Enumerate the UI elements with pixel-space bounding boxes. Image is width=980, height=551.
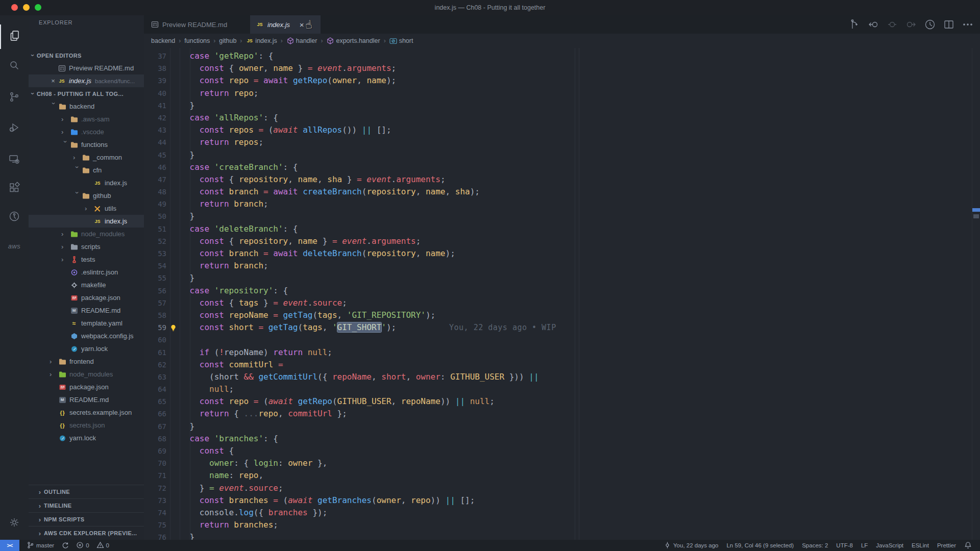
tree-item-utils[interactable]: ›utils [29, 202, 144, 215]
chevron-right-icon: › [61, 115, 69, 123]
breadcrumb-functions[interactable]: functions [184, 37, 210, 44]
gitlens-icon [8, 210, 20, 224]
previous-change-icon[interactable] [867, 18, 879, 31]
file-history-icon[interactable] [924, 18, 936, 31]
editor-scrollbar[interactable] [972, 48, 980, 540]
line-number: 41 [144, 99, 166, 112]
next-change-icon[interactable] [905, 18, 917, 31]
chevron-down-icon: › [29, 52, 37, 60]
activity-run-debug-button[interactable] [0, 116, 29, 141]
status-blame[interactable]: You, 22 days ago [664, 541, 718, 550]
tools-icon [93, 205, 102, 213]
tree-item--eslintrc-json[interactable]: .eslintrc.json [29, 266, 144, 279]
tree-item-yarn-lock[interactable]: yarn.lock [29, 342, 144, 355]
tree-item-package-json[interactable]: package.json [29, 291, 144, 304]
breadcrumb-short[interactable]: short [389, 37, 413, 45]
tree-item-frontend[interactable]: ›frontend [29, 355, 144, 368]
line-number: 76 [144, 531, 166, 540]
vscode-folder-icon [69, 128, 79, 136]
status-eslint[interactable]: ESLint [912, 542, 929, 548]
status-language-mode[interactable]: JavaScript [876, 542, 903, 548]
breadcrumb-github[interactable]: github [219, 37, 236, 44]
activity-explorer-button[interactable] [0, 24, 30, 49]
tree-item-webpack-config-js[interactable]: webpack.config.js [29, 330, 144, 342]
close-editor-icon[interactable]: × [49, 77, 57, 85]
tree-item-github[interactable]: ›github [29, 189, 144, 202]
search-icon [8, 59, 20, 73]
activity-source-control-button[interactable] [0, 86, 29, 110]
breadcrumb-separator: › [240, 37, 242, 44]
section-outline[interactable]: ›OUTLINE [29, 485, 144, 498]
breadcrumbs: backend›functions›github›JSindex.js›hand… [144, 34, 980, 48]
tree-item-functions[interactable]: ›functions [29, 138, 144, 151]
code-editor[interactable]: 37 case 'getRepo': {38 const { owner, na… [144, 48, 980, 540]
split-editor-icon[interactable] [943, 18, 955, 31]
tree-item-node-modules[interactable]: ›node_modules [29, 368, 144, 381]
activity-extensions-button[interactable] [0, 177, 29, 201]
status-prettier[interactable]: Prettier [937, 542, 956, 548]
tab-preview-readme-md[interactable]: Preview README.md [145, 15, 250, 34]
tree-item-backend[interactable]: ›backend [29, 100, 144, 113]
tree-item-readme-md[interactable]: MREADME.md [29, 393, 144, 406]
npm-file-icon [69, 294, 79, 302]
tree-item-index-js[interactable]: JSindex.js [29, 177, 144, 189]
tree-item--common[interactable]: ›_common [29, 151, 144, 164]
status-git-branch[interactable]: master [27, 541, 54, 550]
code-line-39: 39 const repo = await getRepo(owner, nam… [144, 74, 980, 87]
tree-item-secrets-example-json[interactable]: { }secrets.example.json [29, 406, 144, 419]
section-aws-cdk-explorer-previe-[interactable]: ›AWS CDK EXPLORER (PREVIE... [29, 526, 144, 540]
code-line-50: 50 } [144, 210, 980, 222]
breadcrumb-handler[interactable]: handler [286, 37, 317, 45]
remote-indicator[interactable]: >< [0, 540, 19, 551]
line-number: 47 [144, 173, 166, 186]
code-line-51: 51 case 'deleteBranch': { [144, 223, 980, 235]
activity-aws-button[interactable]: aws [0, 234, 29, 258]
activity-gitlens-button[interactable] [0, 205, 29, 230]
tree-item-tests[interactable]: ›tests [29, 253, 144, 266]
breadcrumb-index-js[interactable]: JSindex.js [246, 37, 277, 45]
status-indentation[interactable]: Spaces: 2 [802, 542, 828, 548]
open-editor-preview-readme-md[interactable]: Preview README.md [29, 62, 144, 74]
tree-item-secrets-json[interactable]: { }secrets.json [29, 419, 144, 432]
status-warnings[interactable]: 0 [96, 541, 109, 550]
status-errors[interactable]: 0 [76, 541, 89, 550]
tree-item-scripts[interactable]: ›scripts [29, 240, 144, 253]
tree-item--vscode[interactable]: ›.vscode [29, 126, 144, 138]
folder-icon [81, 166, 90, 174]
status-eol[interactable]: LF [861, 542, 868, 548]
js-icon: JS [93, 217, 102, 226]
settings-button[interactable] [0, 511, 29, 536]
tree-item-readme-md[interactable]: MREADME.md [29, 304, 144, 317]
tree-item-index-js[interactable]: JSindex.js [29, 215, 144, 228]
tree-item-makefile[interactable]: makefile [29, 279, 144, 291]
line-number: 40 [144, 87, 166, 99]
code-line-57: 57 const { tags } = event.source; [144, 297, 980, 309]
chevron-right-icon: › [85, 205, 93, 212]
tree-item-node-modules[interactable]: ›node_modules [29, 228, 144, 240]
code-line-55: 55 } [144, 272, 980, 284]
project-root-header[interactable]: ›CH08 - PUTTING IT ALL TOG... [29, 87, 144, 100]
section-timeline[interactable]: ›TIMELINE [29, 498, 144, 512]
open-editors-header[interactable]: ›OPEN EDITORS [29, 49, 144, 62]
activity-remote-explorer-button[interactable] [0, 148, 29, 172]
section-npm-scripts[interactable]: ›NPM SCRIPTS [29, 512, 144, 526]
tree-item--aws-sam[interactable]: ›.aws-sam [29, 113, 144, 126]
tree-item-cfn[interactable]: ›cfn [29, 164, 144, 177]
prop-icon [389, 37, 398, 45]
open-changes-icon[interactable] [848, 18, 861, 31]
breadcrumb-backend[interactable]: backend [151, 37, 175, 44]
eslint-icon [69, 268, 79, 277]
tree-item-yarn-lock[interactable]: yarn.lock [29, 432, 144, 444]
folder-icon [69, 115, 79, 123]
tree-item-template-yaml[interactable]: ≈template.yaml [29, 317, 144, 330]
open-editor-index-js[interactable]: ×JSindex.jsbackend/func... [29, 74, 144, 87]
current-change-icon[interactable] [886, 18, 898, 31]
status-encoding[interactable]: UTF-8 [836, 542, 853, 548]
status-sync[interactable] [61, 541, 69, 550]
status-notifications[interactable] [964, 541, 972, 550]
activity-search-button[interactable] [0, 54, 29, 79]
more-actions-icon[interactable] [962, 18, 974, 31]
breadcrumb-exports-handler[interactable]: exports.handler [326, 37, 380, 45]
tree-item-package-json[interactable]: package.json [29, 381, 144, 393]
status-cursor-position[interactable]: Ln 59, Col 46 (9 selected) [726, 542, 794, 548]
